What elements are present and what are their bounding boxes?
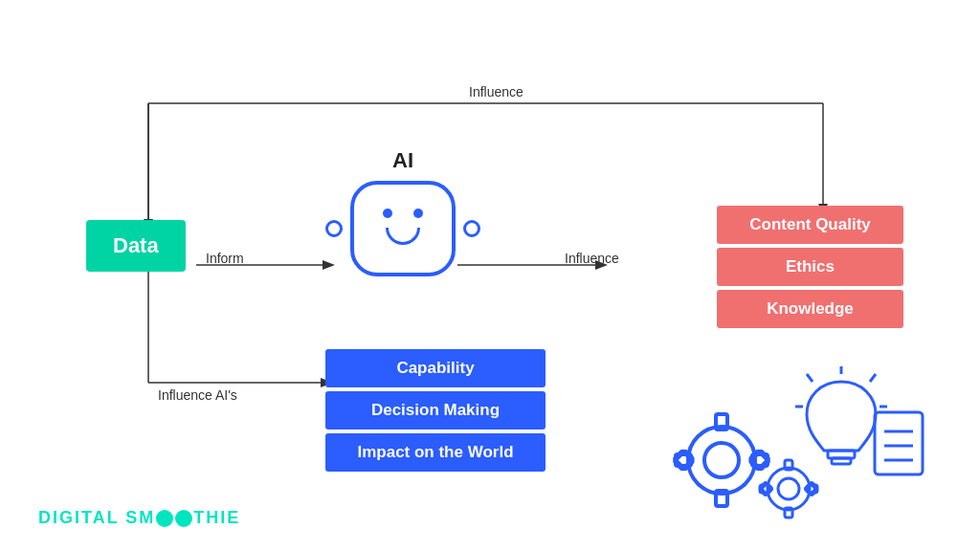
svg-rect-40 — [875, 412, 923, 474]
svg-point-24 — [778, 478, 799, 499]
svg-line-37 — [807, 374, 813, 382]
impact-world-box: Impact on the World — [325, 433, 546, 472]
svg-rect-25 — [785, 460, 792, 470]
brand-logo: DIGITAL SMTHIE — [38, 508, 240, 528]
pink-stack: Content Quality Ethics Knowledge — [717, 206, 903, 328]
svg-point-23 — [768, 468, 810, 510]
ai-robot-container: AI — [325, 148, 480, 276]
blue-stack: Capability Decision Making Impact on the… — [325, 349, 546, 472]
content-quality-box: Content Quality — [717, 206, 903, 244]
data-box: Data — [86, 220, 186, 272]
robot-eyes — [383, 209, 423, 218]
logo-circle-2 — [175, 510, 192, 527]
logo-circle-1 — [156, 510, 173, 527]
influence-top-label: Influence — [469, 84, 523, 99]
svg-rect-26 — [785, 508, 792, 518]
svg-rect-34 — [832, 458, 851, 464]
robot-body — [350, 181, 456, 276]
svg-line-36 — [870, 374, 876, 382]
robot-smile — [386, 228, 420, 245]
svg-point-13 — [688, 427, 755, 494]
decision-making-box: Decision Making — [325, 391, 546, 430]
decorative-icons — [664, 364, 932, 537]
robot-right-ear — [463, 220, 480, 237]
inform-label: Inform — [206, 251, 244, 266]
ai-label: AI — [392, 148, 413, 173]
influence-ais-label: Influence AI's — [158, 387, 237, 403]
svg-point-14 — [704, 443, 739, 477]
knowledge-box: Knowledge — [717, 290, 903, 328]
robot-wrapper — [325, 181, 480, 276]
capability-box: Capability — [325, 349, 546, 387]
robot-right-eye — [413, 209, 423, 218]
diagram-canvas: Influence Data Inform Influence Influenc… — [0, 0, 980, 551]
robot-left-ear — [325, 220, 343, 237]
ethics-box: Ethics — [717, 248, 903, 286]
influence-mid-label: Influence — [565, 251, 619, 266]
robot-left-eye — [383, 209, 392, 218]
